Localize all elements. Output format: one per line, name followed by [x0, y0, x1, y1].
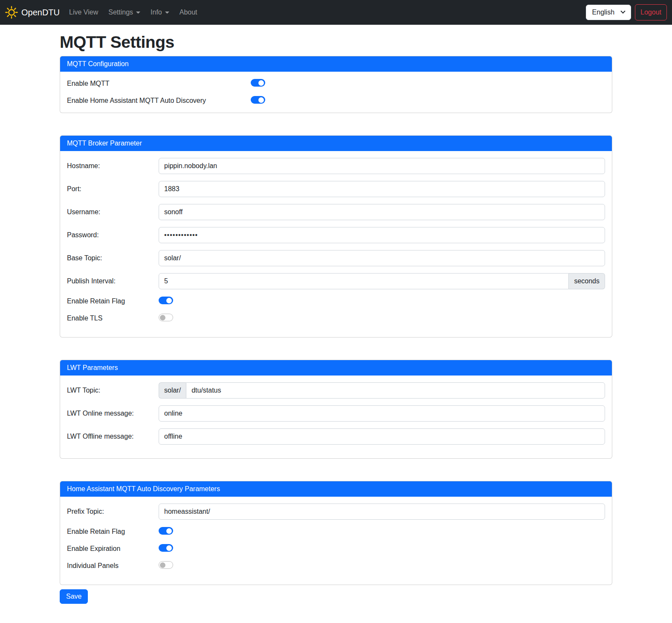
card-header: Home Assistant MQTT Auto Discovery Param…	[60, 481, 612, 497]
logout-button[interactable]: Logout	[635, 4, 667, 20]
password-input[interactable]	[159, 227, 605, 243]
language-selected-label: English	[592, 9, 614, 16]
form-row-hostname: Hostname:	[67, 158, 605, 174]
form-row-ha-enable-expiration: Enable Expiration	[67, 544, 605, 554]
form-row-individual-panels: Individual Panels	[67, 561, 605, 571]
publish-interval-input[interactable]	[159, 273, 569, 289]
form-row-enable-tls: Enable TLS	[67, 313, 605, 323]
nav-item-label: Live View	[69, 9, 98, 16]
nav-links: Live View Settings Info About	[66, 5, 204, 20]
chevron-down-icon	[620, 9, 625, 14]
nav-item-settings[interactable]: Settings	[105, 5, 144, 20]
card-mqtt-configuration: MQTT Configuration Enable MQTT Enable Ho…	[60, 56, 612, 113]
card-lwt-parameters: LWT Parameters LWT Topic: solar/ LWT Onl…	[60, 360, 612, 459]
form-row-enable-ha-discovery: Enable Home Assistant MQTT Auto Discover…	[67, 96, 605, 106]
main-content: MQTT Settings MQTT Configuration Enable …	[60, 33, 612, 614]
toggle-knob	[160, 562, 165, 568]
enable-ha-discovery-toggle[interactable]	[251, 96, 265, 104]
form-row-port: Port:	[67, 181, 605, 197]
publish-interval-unit: seconds	[569, 273, 605, 289]
toggle-knob	[166, 545, 172, 551]
lwt-offline-input[interactable]	[159, 428, 605, 445]
nav-item-about[interactable]: About	[176, 5, 201, 20]
navbar: OpenDTU Live View Settings Info About En…	[0, 0, 672, 25]
field-label: Hostname:	[67, 162, 159, 170]
field-label: Enable Retain Flag	[67, 297, 159, 305]
brand-label: OpenDTU	[21, 8, 60, 17]
individual-panels-toggle[interactable]	[159, 561, 173, 569]
card-ha-discovery-parameters: Home Assistant MQTT Auto Discovery Param…	[60, 481, 612, 585]
field-label: Publish Interval:	[67, 277, 159, 285]
enable-retain-toggle[interactable]	[159, 297, 173, 304]
card-header: MQTT Broker Parameter	[60, 136, 612, 151]
card-header: MQTT Configuration	[60, 56, 612, 72]
form-row-ha-enable-retain: Enable Retain Flag	[67, 527, 605, 537]
card-body: Enable MQTT Enable Home Assistant MQTT A…	[60, 72, 612, 113]
nav-item-live-view[interactable]: Live View	[66, 5, 101, 20]
toggle-knob	[166, 528, 172, 534]
port-input[interactable]	[159, 181, 605, 197]
lwt-topic-input[interactable]	[186, 382, 605, 399]
card-body: Hostname: Port: Username: Password: Base…	[60, 151, 612, 337]
toggle-knob	[258, 97, 264, 103]
field-label: Base Topic:	[67, 254, 159, 262]
nav-item-label: About	[180, 9, 197, 16]
enable-mqtt-toggle[interactable]	[251, 79, 265, 87]
toggle-knob	[258, 80, 264, 86]
card-body: Prefix Topic: Enable Retain Flag Enable …	[60, 497, 612, 585]
form-row-password: Password:	[67, 227, 605, 243]
toggle-knob	[160, 315, 165, 320]
form-row-lwt-online: LWT Online message:	[67, 405, 605, 422]
field-label: LWT Offline message:	[67, 433, 159, 440]
ha-enable-retain-toggle[interactable]	[159, 527, 173, 535]
form-row-publish-interval: Publish Interval: seconds	[67, 273, 605, 289]
form-row-enable-mqtt: Enable MQTT	[67, 79, 605, 89]
nav-item-info[interactable]: Info	[147, 5, 173, 20]
chevron-down-icon	[136, 12, 140, 14]
prefix-topic-input[interactable]	[159, 504, 605, 520]
card-header: LWT Parameters	[60, 360, 612, 376]
field-label: Enable Retain Flag	[67, 528, 159, 536]
field-label: Enable Expiration	[67, 545, 159, 553]
field-label: Enable Home Assistant MQTT Auto Discover…	[67, 97, 251, 105]
hostname-input[interactable]	[159, 158, 605, 174]
form-row-lwt-offline: LWT Offline message:	[67, 428, 605, 445]
brand-link[interactable]: OpenDTU	[5, 6, 60, 19]
field-label: LWT Online message:	[67, 410, 159, 417]
field-label: Enable MQTT	[67, 80, 251, 87]
field-label: Prefix Topic:	[67, 508, 159, 515]
field-label: LWT Topic:	[67, 387, 159, 394]
field-label: Username:	[67, 208, 159, 216]
toggle-knob	[166, 298, 172, 303]
lwt-topic-prefix: solar/	[159, 382, 186, 399]
form-row-prefix-topic: Prefix Topic:	[67, 504, 605, 520]
save-button[interactable]: Save	[60, 589, 88, 604]
card-body: LWT Topic: solar/ LWT Online message: LW…	[60, 376, 612, 458]
enable-tls-toggle[interactable]	[159, 314, 173, 321]
base-topic-input[interactable]	[159, 250, 605, 266]
field-label: Individual Panels	[67, 562, 159, 570]
sun-icon	[5, 6, 18, 19]
form-row-enable-retain: Enable Retain Flag	[67, 296, 605, 306]
field-label: Enable TLS	[67, 314, 159, 322]
card-mqtt-broker-parameter: MQTT Broker Parameter Hostname: Port: Us…	[60, 135, 612, 338]
nav-item-label: Settings	[108, 9, 133, 16]
ha-enable-expiration-toggle[interactable]	[159, 544, 173, 552]
form-row-base-topic: Base Topic:	[67, 250, 605, 266]
page-title: MQTT Settings	[60, 33, 612, 52]
lwt-online-input[interactable]	[159, 405, 605, 422]
form-row-username: Username:	[67, 204, 605, 220]
field-label: Port:	[67, 185, 159, 193]
username-input[interactable]	[159, 204, 605, 220]
nav-item-label: Info	[151, 9, 162, 16]
chevron-down-icon	[165, 12, 169, 14]
language-select[interactable]: English	[586, 5, 631, 20]
field-label: Password:	[67, 231, 159, 239]
form-row-lwt-topic: LWT Topic: solar/	[67, 382, 605, 399]
